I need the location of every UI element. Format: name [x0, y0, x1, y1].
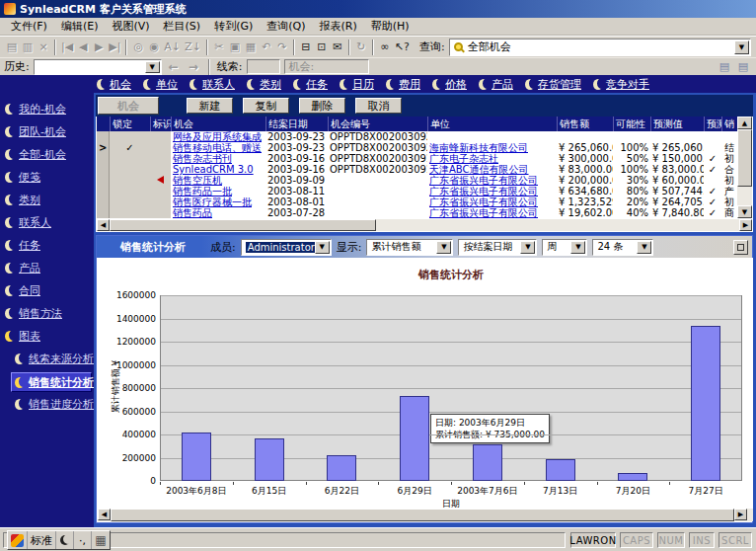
新建-button[interactable]: 新建: [187, 98, 233, 114]
member-dropdown-arrow[interactable]: ▼: [315, 241, 330, 254]
column-header-预测[interactable]: 预测: [704, 117, 721, 131]
column-header-预测值[interactable]: 预测值: [650, 117, 704, 131]
copy-icon[interactable]: ▣: [227, 39, 243, 56]
menu-item[interactable]: 文件(F): [4, 17, 54, 36]
company-link[interactable]: 海南蜂新科技有限公司: [429, 142, 528, 153]
复制-button[interactable]: 复制: [243, 98, 289, 114]
sidebar-item-团队-机会[interactable]: 团队-机会: [0, 120, 94, 143]
period-dropdown-arrow[interactable]: ▼: [570, 241, 585, 254]
print-icon[interactable]: ⊟: [298, 39, 314, 56]
refresh-icon[interactable]: ↻: [353, 39, 369, 56]
column-header-机会[interactable]: 机会: [171, 117, 265, 131]
menu-item[interactable]: 报表(R): [313, 17, 364, 36]
menu-item[interactable]: 转到(G): [207, 17, 260, 36]
name-link[interactable]: 销售药品一批: [173, 186, 232, 197]
table-horizontal-scrollbar[interactable]: ◀ ▶: [97, 219, 752, 231]
column-header-单位[interactable]: 单位: [427, 117, 557, 131]
tab-产品[interactable]: 产品: [477, 75, 521, 93]
edit-record-icon[interactable]: ▥: [20, 39, 36, 56]
column-header-标识[interactable]: 标识: [150, 117, 171, 131]
period-combobox[interactable]: 周 ▼: [542, 239, 587, 256]
zoom-icon[interactable]: ◎: [130, 39, 146, 56]
member-combobox[interactable]: Administrator ▼: [241, 239, 332, 256]
cut-icon[interactable]: ✂: [211, 39, 227, 56]
export-icon[interactable]: ⊡: [314, 39, 330, 56]
scroll-up-button[interactable]: ▲: [737, 117, 752, 129]
display-dropdown-arrow[interactable]: ▼: [436, 241, 451, 254]
sidebar-item-销售进度分析[interactable]: 销售进度分析: [0, 393, 94, 416]
ime-punctuation-icon[interactable]: ·,: [74, 531, 92, 549]
tab-类别[interactable]: 类别: [245, 75, 289, 93]
help-pointer-icon[interactable]: ↖?: [393, 39, 412, 56]
tab-存货管理[interactable]: 存货管理: [523, 75, 589, 93]
name-link[interactable]: 销售空压机: [173, 175, 222, 186]
undo-icon[interactable]: ↶: [259, 39, 274, 56]
name-link[interactable]: SynleadCRM 3.0: [173, 164, 254, 175]
menu-item[interactable]: 视图(V): [105, 17, 156, 36]
chart-scroll-left-button[interactable]: ◀: [98, 509, 111, 520]
column-header-锁定[interactable]: 锁定: [110, 117, 150, 131]
scroll-left-button[interactable]: ◀: [97, 219, 110, 231]
ime-fullwidth-icon[interactable]: [56, 531, 74, 549]
tab-任务[interactable]: 任务: [291, 75, 336, 93]
horizontal-scroll-thumb[interactable]: [110, 219, 376, 231]
sidebar-item-全部-机会[interactable]: 全部-机会: [0, 143, 94, 166]
column-header-机会编号[interactable]: 机会编号: [328, 117, 427, 131]
sidebar-item-图表[interactable]: 图表: [0, 325, 94, 348]
tab-机会[interactable]: 机会: [95, 75, 139, 93]
column-header-销售额[interactable]: 销售额: [557, 117, 613, 131]
history-dropdown-arrow[interactable]: ▼: [145, 61, 160, 73]
company-link[interactable]: 广东电子杂志社: [429, 153, 498, 164]
sidebar-item-合同[interactable]: 合同: [0, 279, 94, 302]
tab-竞争对手[interactable]: 竞争对手: [591, 75, 657, 93]
name-link[interactable]: 销售药品: [173, 207, 212, 218]
first-record-icon[interactable]: |◀: [59, 39, 75, 56]
chart-scroll-right-button[interactable]: ▶: [734, 509, 747, 520]
sidebar-item-任务[interactable]: 任务: [0, 234, 94, 257]
sort-descending-icon[interactable]: Z↓: [183, 39, 203, 56]
sort-ascending-icon[interactable]: A↓: [162, 39, 183, 56]
bar-7月27日[interactable]: [691, 326, 720, 481]
bar-7月13日[interactable]: [546, 459, 575, 481]
table-vertical-scrollbar[interactable]: ▲ ▼: [737, 117, 752, 218]
history-combobox[interactable]: ▼: [34, 59, 162, 75]
column-header-销[interactable]: 销: [721, 117, 737, 131]
paste-icon[interactable]: ▦: [243, 39, 259, 56]
menu-item[interactable]: 栏目(S): [157, 17, 208, 36]
forward-arrow-icon[interactable]: →: [186, 60, 201, 74]
group-by-dropdown-arrow[interactable]: ▼: [520, 241, 535, 254]
chart-horizontal-scrollbar[interactable]: ◀ ▶: [98, 509, 753, 521]
tab-费用[interactable]: 费用: [384, 75, 428, 93]
bar-2003年6月8日[interactable]: [182, 433, 211, 481]
sidebar-item-产品[interactable]: 产品: [0, 257, 94, 279]
menu-item[interactable]: 查询(Q): [260, 17, 312, 36]
opportunities-panel-tab[interactable]: 机会: [98, 97, 159, 115]
sidebar-item-销售方法[interactable]: 销售方法: [0, 302, 94, 325]
maximize-chart-button[interactable]: [733, 240, 748, 255]
ime-keyboard-icon[interactable]: ▦: [92, 531, 110, 549]
company-link[interactable]: 广东省振兴电子有限公司: [429, 175, 538, 186]
new-record-icon[interactable]: ▤: [4, 39, 20, 56]
delete-record-icon[interactable]: ×: [36, 39, 51, 56]
group-by-combobox[interactable]: 按结案日期 ▼: [458, 239, 537, 256]
scroll-right-button[interactable]: ▶: [739, 219, 752, 231]
redo-icon[interactable]: ↷: [274, 39, 290, 56]
find-icon[interactable]: ∞: [377, 39, 393, 56]
next-record-icon[interactable]: ▶: [91, 39, 107, 56]
count-dropdown-arrow[interactable]: ▼: [637, 241, 651, 254]
column-header-结案日期[interactable]: 结案日期: [265, 117, 328, 131]
company-link[interactable]: 广东省振兴电子有限公司: [429, 207, 538, 218]
name-link[interactable]: 销售医疗器械一批: [173, 197, 252, 207]
取消-button[interactable]: 取消: [355, 98, 402, 114]
name-link[interactable]: 销售杂志书刊: [173, 153, 232, 164]
sidebar-item-我的-机会[interactable]: 我的-机会: [0, 98, 94, 120]
tab-单位[interactable]: 单位: [141, 75, 186, 93]
chart-scroll-thumb[interactable]: [111, 509, 734, 521]
scroll-down-button[interactable]: ▼: [737, 205, 752, 218]
bar-7月20日[interactable]: [618, 473, 647, 481]
prev-record-icon[interactable]: ◀: [75, 39, 91, 56]
menu-item[interactable]: 编辑(E): [54, 17, 106, 36]
sidebar-item-便笺[interactable]: 便笺: [0, 166, 94, 189]
vertical-scroll-thumb[interactable]: [737, 129, 752, 187]
删除-button[interactable]: 删除: [299, 98, 345, 114]
